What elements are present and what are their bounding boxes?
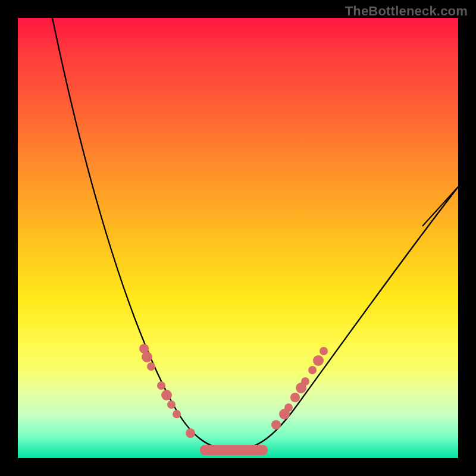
- dot-right-8: [313, 355, 324, 366]
- dot-right-4: [290, 393, 300, 402]
- trough-bar: [200, 445, 268, 455]
- bottleneck-curve-left: [52, 18, 232, 451]
- dot-left-2: [142, 352, 152, 362]
- watermark-text: TheBottleneck.com: [345, 4, 468, 19]
- dot-left-8: [186, 428, 195, 438]
- dot-right-7: [308, 366, 317, 374]
- dot-right-3: [284, 403, 293, 412]
- dot-left-5: [161, 390, 172, 400]
- curve-layer: [18, 18, 458, 458]
- dot-left-4: [157, 381, 165, 390]
- dot-right-1: [271, 420, 281, 430]
- dot-right-6: [301, 377, 309, 386]
- dot-left-3: [147, 362, 155, 371]
- dot-right-9: [320, 347, 328, 355]
- bottleneck-curve-right: [232, 187, 458, 451]
- bottleneck-curve-right-tail: [422, 187, 458, 226]
- dot-left-6: [167, 400, 176, 409]
- plot-area: [18, 18, 458, 458]
- dot-left-7: [173, 410, 181, 418]
- chart-stage: TheBottleneck.com: [0, 0, 476, 476]
